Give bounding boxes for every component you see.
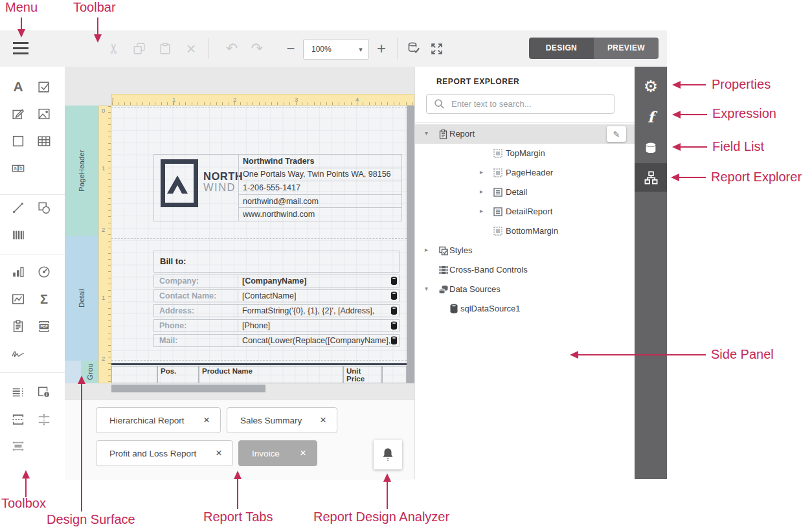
tree-item-detailreport[interactable]: ▸ DetailReport: [415, 202, 635, 221]
company-info-cell[interactable]: One Portals Way, Twin Points WA, 98156: [239, 168, 401, 182]
chart-tool[interactable]: [10, 264, 26, 280]
report-explorer-panel-button[interactable]: [635, 163, 667, 192]
edit-report-button[interactable]: ✎: [607, 126, 626, 142]
tree-item-bottommargin[interactable]: BottomMargin: [415, 221, 635, 241]
richtext-tool[interactable]: [10, 106, 26, 122]
search-box[interactable]: [426, 94, 615, 114]
expand-icon[interactable]: ▸: [480, 207, 483, 214]
tree-item-data-sources[interactable]: ▾ Data Sources: [415, 280, 635, 299]
picture-box-tool[interactable]: [36, 106, 52, 122]
preview-tab-button[interactable]: PREVIEW: [594, 38, 659, 59]
page-break-tool[interactable]: [10, 412, 26, 427]
tree-item-cross-band-controls[interactable]: Cross-Band Controls: [415, 260, 635, 280]
undo-icon[interactable]: ↶: [223, 30, 240, 67]
horizontal-scrollbar[interactable]: [111, 385, 265, 392]
field-row[interactable]: Mail: Concat(Lower(Replace([CompanyName]…: [153, 334, 400, 347]
close-icon[interactable]: ×: [203, 414, 210, 427]
table-header-cell-empty[interactable]: [382, 366, 407, 383]
company-info-cell[interactable]: northwind@mail.com: [239, 195, 401, 208]
band-strip-detail[interactable]: Detail: [65, 236, 98, 361]
search-input[interactable]: [450, 98, 614, 109]
report-design-analyzer-button[interactable]: [374, 440, 402, 469]
field-row[interactable]: Phone: [Phone]: [153, 319, 400, 332]
annotation-properties: Properties: [712, 77, 771, 92]
menu-button[interactable]: [13, 42, 28, 54]
character-comb-tool[interactable]: ab: [10, 161, 26, 176]
band-label: PageHeader: [65, 106, 98, 236]
band-strip-groupheader[interactable]: Grou: [81, 361, 98, 383]
band-strip-detailreport[interactable]: [65, 361, 81, 383]
paste-icon: [158, 41, 172, 56]
horizontal-ruler: 0 1 2 3 4: [111, 94, 414, 106]
tree-item-sqldatasource1[interactable]: sqlDataSource1: [415, 299, 635, 319]
validate-report-icon[interactable]: [405, 30, 423, 67]
field-row[interactable]: Company: [CompanyName]: [153, 275, 400, 287]
design-surface[interactable]: 0 1 2 3 4 0 1 2 1 2 PageHeader Detail Gr…: [65, 67, 414, 400]
company-info-cell[interactable]: 1-206-555-1417: [239, 181, 401, 195]
barcode-tool[interactable]: [10, 227, 26, 243]
close-icon[interactable]: ×: [320, 414, 326, 427]
bill-to-title-cell[interactable]: Bill to:: [153, 251, 400, 273]
close-icon[interactable]: ×: [300, 447, 306, 460]
report-tab-invoice[interactable]: Invoice ×: [238, 440, 317, 466]
tree-item-detail[interactable]: ▸ Detail: [415, 183, 635, 202]
field-row[interactable]: Contact Name: [ContactName]: [153, 289, 400, 302]
table-header-cell-unit-price[interactable]: Unit Price: [343, 366, 382, 383]
company-info-cell[interactable]: www.northwind.com: [239, 208, 401, 221]
table-tool[interactable]: [36, 133, 52, 149]
expression-panel-button[interactable]: f: [635, 102, 667, 131]
zoom-in-button[interactable]: +: [374, 30, 389, 67]
cut-icon[interactable]: ✂: [106, 30, 122, 67]
northwind-logo[interactable]: [161, 159, 198, 207]
chevron-down-icon[interactable]: ▾: [353, 45, 368, 54]
zoom-out-button[interactable]: −: [284, 30, 298, 67]
tree-item-pageheader[interactable]: ▸ PageHeader: [415, 163, 635, 183]
table-header-cell-empty[interactable]: [111, 366, 157, 383]
label-tool[interactable]: A: [10, 79, 26, 95]
report-tab-profit-and-loss[interactable]: Profit and Loss Report ×: [96, 440, 233, 466]
close-icon[interactable]: ×: [216, 447, 222, 460]
expand-icon[interactable]: ▾: [425, 129, 428, 137]
field-row[interactable]: Address: FormatString('{0}, {1}, {2}', […: [153, 304, 400, 317]
redo-icon[interactable]: ↷: [249, 30, 265, 67]
fullscreen-icon[interactable]: [427, 30, 445, 67]
design-tab-button[interactable]: DESIGN: [529, 38, 594, 59]
line-tool[interactable]: [10, 200, 26, 216]
subreport-tool[interactable]: [10, 385, 26, 400]
sparkline-tool[interactable]: [10, 291, 26, 307]
company-header-block[interactable]: NORTH WIND Northwind Traders One Portals…: [153, 154, 402, 221]
table-header-cell-pos[interactable]: Pos.: [157, 366, 199, 383]
gauge-tool[interactable]: [36, 264, 52, 280]
cross-band-line-tool[interactable]: [36, 412, 52, 427]
table-header-cell-product-name[interactable]: Product Name: [199, 366, 343, 383]
expand-icon[interactable]: ▸: [480, 188, 483, 195]
tree-item-topmargin[interactable]: TopMargin: [415, 144, 635, 163]
summary-sigma-tool[interactable]: Σ: [36, 291, 52, 307]
company-info-cell[interactable]: Northwind Traders: [239, 155, 401, 168]
delete-icon[interactable]: ×: [183, 30, 199, 67]
tree-item-styles[interactable]: ▸ Styles: [415, 241, 635, 260]
properties-panel-button[interactable]: ⚙: [635, 72, 667, 100]
tree-item-report[interactable]: ▾ Report ✎: [415, 124, 635, 144]
report-content-tool[interactable]: [10, 319, 26, 334]
expand-icon[interactable]: ▸: [425, 246, 428, 253]
report-tab-sales-summary[interactable]: Sales Summary ×: [227, 407, 337, 433]
panel-tool[interactable]: [10, 133, 26, 149]
shape-tool[interactable]: [36, 200, 52, 216]
expand-icon[interactable]: ▾: [425, 285, 428, 292]
vertical-scrollbar[interactable]: [407, 106, 414, 383]
checkbox-tool[interactable]: [36, 79, 52, 95]
zoom-level-select[interactable]: 100% ▾: [303, 39, 369, 60]
copy-icon[interactable]: [131, 30, 148, 67]
signature-tool[interactable]: [10, 346, 26, 361]
report-page[interactable]: NORTH WIND Northwind Traders One Portals…: [111, 106, 407, 383]
paste-icon[interactable]: [157, 30, 174, 67]
report-tab-hierarchical-report[interactable]: Hierarchical Report ×: [96, 407, 221, 433]
expand-icon[interactable]: ▸: [480, 168, 483, 175]
pdf-content-tool[interactable]: PDF: [36, 319, 52, 334]
band-strip-pageheader[interactable]: PageHeader: [65, 106, 98, 236]
field-list-panel-button[interactable]: [635, 134, 667, 163]
cross-band-box-tool[interactable]: [10, 438, 26, 454]
bar-chart-icon: [11, 265, 25, 279]
page-info-tool[interactable]: [36, 385, 52, 400]
